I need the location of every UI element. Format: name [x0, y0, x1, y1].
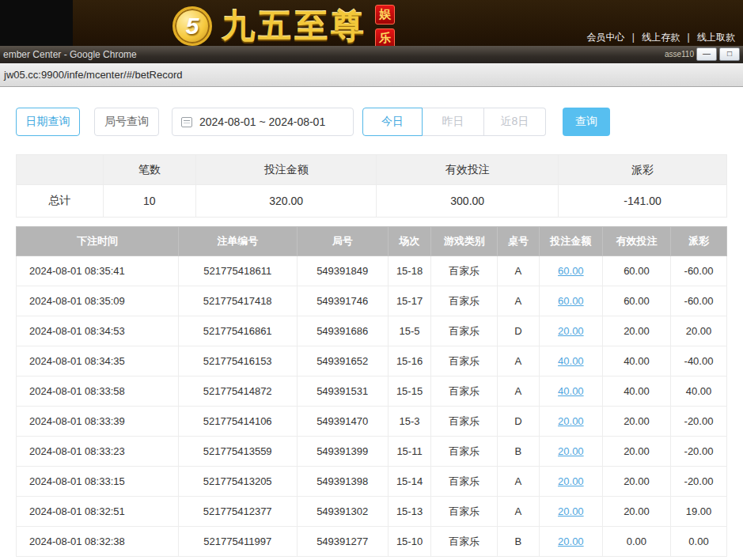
cell-session: 15-10 [388, 527, 431, 557]
cell-bet-time: 2024-08-01 08:32:51 [17, 497, 179, 527]
page-content: 日期查询 局号查询 2024-08-01 ~ 2024-08-01 今日 昨日 … [0, 87, 743, 557]
cell-bet-time: 2024-08-01 08:33:39 [17, 407, 179, 437]
cell-round-id: 549391277 [297, 527, 388, 557]
cell-table-no: A [497, 256, 539, 286]
header-payout: 派彩 [671, 227, 727, 256]
cell-payout: 20.00 [671, 316, 727, 346]
browser-urlbar[interactable]: jw05.cc:9900/infe/mcenter/#/betRecord [0, 63, 743, 87]
cell-game-type: 百家乐 [431, 256, 498, 286]
cell-table-no: A [497, 346, 539, 376]
cell-table-no: A [497, 286, 539, 316]
cell-bet-amount: 40.00 [539, 346, 602, 376]
summary-payout: -141.00 [559, 185, 727, 218]
table-row: 2024-08-01 08:33:15 521775413205 5493913… [17, 467, 727, 497]
summary-total-label: 总计 [17, 185, 104, 218]
header-order-id: 注单编号 [178, 227, 297, 256]
last-8-days-button[interactable]: 近8日 [484, 108, 546, 136]
cell-bet-time: 2024-08-01 08:33:58 [17, 376, 179, 407]
filter-row: 日期查询 局号查询 2024-08-01 ~ 2024-08-01 今日 昨日 … [16, 108, 727, 136]
maximize-button[interactable]: □ [719, 47, 740, 61]
cell-valid-bet: 20.00 [602, 497, 670, 527]
cell-payout: -20.00 [671, 407, 727, 437]
bet-table-header-row: 下注时间 注单编号 局号 场次 游戏类别 桌号 投注金额 有效投注 派彩 [17, 227, 727, 256]
today-button[interactable]: 今日 [362, 108, 423, 136]
nav-separator: | [688, 32, 690, 43]
bet-amount-link[interactable]: 60.00 [558, 265, 584, 277]
nav-online-deposit[interactable]: 线上存款 [642, 32, 680, 43]
cell-valid-bet: 40.00 [602, 346, 670, 376]
cell-payout: -40.00 [671, 346, 727, 376]
url-text[interactable]: jw05.cc:9900/infe/mcenter/#/betRecord [0, 63, 743, 86]
cell-payout: -60.00 [671, 256, 727, 286]
cell-session: 15-16 [388, 346, 431, 376]
cell-table-no: A [497, 497, 539, 527]
bet-amount-link[interactable]: 20.00 [558, 475, 584, 487]
cell-order-id: 521775414872 [178, 376, 297, 407]
header-bet-amount: 投注金额 [539, 227, 602, 256]
cell-valid-bet: 60.00 [602, 286, 670, 316]
cell-game-type: 百家乐 [431, 286, 498, 316]
nav-member-center[interactable]: 会员中心 [586, 32, 624, 43]
bet-amount-link[interactable]: 60.00 [558, 295, 584, 307]
cell-order-id: 521775413205 [178, 467, 297, 497]
summary-header-count: 笔数 [103, 155, 196, 185]
cell-game-type: 百家乐 [431, 437, 498, 467]
cell-bet-time: 2024-08-01 08:34:35 [17, 346, 179, 376]
cell-bet-amount: 20.00 [539, 467, 602, 497]
header-round-id: 局号 [297, 227, 388, 256]
cell-round-id: 549391746 [297, 286, 388, 316]
cell-round-id: 549391470 [297, 407, 388, 437]
window-controls: — □ [696, 47, 740, 61]
cell-valid-bet: 20.00 [602, 316, 670, 346]
bet-amount-link[interactable]: 20.00 [558, 505, 584, 517]
cell-order-id: 521775413559 [178, 437, 297, 467]
summary-bet-amount: 320.00 [196, 185, 377, 218]
yesterday-button[interactable]: 昨日 [423, 108, 484, 136]
cell-bet-time: 2024-08-01 08:34:53 [17, 316, 179, 346]
cell-valid-bet: 20.00 [602, 407, 670, 437]
bet-record-table: 下注时间 注单编号 局号 场次 游戏类别 桌号 投注金额 有效投注 派彩 202… [16, 226, 727, 557]
round-query-button[interactable]: 局号查询 [94, 108, 159, 136]
header-valid-bet: 有效投注 [602, 227, 670, 256]
bet-amount-link[interactable]: 20.00 [558, 325, 584, 337]
cell-bet-amount: 20.00 [539, 407, 602, 437]
date-range-input[interactable]: 2024-08-01 ~ 2024-08-01 [172, 108, 354, 136]
cell-order-id: 521775412377 [178, 497, 297, 527]
cell-bet-time: 2024-08-01 08:35:41 [17, 256, 179, 286]
cell-session: 15-3 [388, 407, 431, 437]
cell-round-id: 549391652 [297, 346, 388, 376]
bet-amount-link[interactable]: 40.00 [558, 355, 584, 367]
cell-table-no: B [497, 527, 539, 557]
minimize-button[interactable]: — [696, 47, 717, 61]
cell-game-type: 百家乐 [431, 467, 498, 497]
cell-order-id: 521775414106 [178, 407, 297, 437]
table-row: 2024-08-01 08:33:23 521775413559 5493913… [17, 437, 727, 467]
search-button[interactable]: 查询 [563, 108, 610, 136]
window-title: ember Center - Google Chrome [3, 46, 137, 63]
cell-valid-bet: 0.00 [602, 527, 670, 557]
summary-header-bet-amount: 投注金额 [196, 155, 377, 185]
cell-bet-time: 2024-08-01 08:32:38 [17, 527, 179, 557]
nav-online-withdraw[interactable]: 线上取款 [697, 32, 735, 43]
bet-amount-link[interactable]: 20.00 [558, 445, 584, 457]
cell-round-id: 549391686 [297, 316, 388, 346]
summary-header-blank [17, 155, 104, 185]
site-logo-title: 九五至尊 [222, 4, 367, 48]
header-table-no: 桌号 [497, 227, 539, 256]
header-left-block [0, 0, 73, 46]
bet-amount-link[interactable]: 20.00 [558, 535, 584, 547]
cell-session: 15-15 [388, 376, 431, 407]
cell-payout: 40.00 [671, 376, 727, 407]
date-query-button[interactable]: 日期查询 [16, 108, 80, 136]
bet-amount-link[interactable]: 20.00 [558, 415, 584, 427]
cell-bet-amount: 60.00 [539, 286, 602, 316]
site-logo: 5 九五至尊 娱 乐 [172, 3, 395, 48]
cell-session: 15-13 [388, 497, 431, 527]
cell-session: 15-11 [388, 437, 431, 467]
cell-table-no: D [497, 316, 539, 346]
bet-amount-link[interactable]: 40.00 [558, 385, 584, 397]
table-row: 2024-08-01 08:32:51 521775412377 5493913… [17, 497, 727, 527]
cell-bet-amount: 60.00 [539, 256, 602, 286]
table-row: 2024-08-01 08:35:41 521775418611 5493918… [17, 256, 727, 286]
cell-valid-bet: 20.00 [602, 437, 670, 467]
